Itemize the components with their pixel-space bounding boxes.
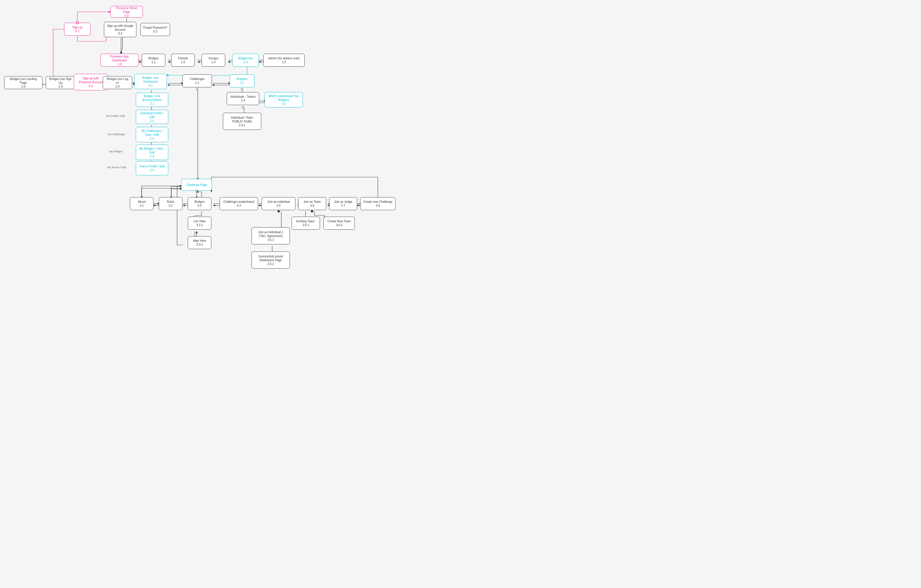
- node-label: Sign up with Google Account: [107, 24, 134, 32]
- node-admin-15[interactable]: Admin (for admins only) 1.5: [263, 54, 304, 67]
- dot-individuals-teams: [242, 106, 244, 109]
- node-label: Sign up with Presence Account: [76, 77, 105, 84]
- node-version: 2.1: [148, 83, 153, 87]
- node-label: Existing Team.: [296, 219, 316, 223]
- node-version: 2.4: [150, 137, 154, 140]
- node-version: 1.0: [117, 62, 122, 66]
- node-label: Rules: [167, 200, 174, 204]
- node-version: 3.5.1: [267, 238, 274, 242]
- node-bridger-live-account-admin[interactable]: Bridger. Live Account Admin 2.1: [136, 93, 168, 107]
- node-label: Teams Profile / Edit: [139, 165, 165, 168]
- node-version: 3.8: [376, 204, 380, 207]
- node-successfully-joined-352[interactable]: Successfuly joined Notification Page 3.5…: [252, 251, 290, 269]
- node-create-new-challenge-38[interactable]: Create new Challenge 3.8: [360, 197, 395, 210]
- node-existing-team-361[interactable]: Existing Team. 3.6.1: [292, 217, 320, 230]
- node-label: Join as Team: [303, 200, 321, 204]
- node-map-view-332[interactable]: Map View 3.3.2: [188, 236, 212, 249]
- node-label: Join as Judge: [334, 200, 353, 204]
- node-bridger-live-landing[interactable]: Bridger.Live Landing Page 2.0: [4, 76, 42, 89]
- node-label: Bridger.live: [238, 56, 253, 60]
- node-rules-32[interactable]: Rules 3.2: [159, 197, 182, 210]
- node-version: 2.0: [59, 85, 63, 88]
- node-label: MAIN Leaderboard Top Bridgers: [267, 94, 300, 102]
- node-individuals-teams[interactable]: Individuals - Teams 2.4: [227, 92, 259, 105]
- node-label: Bridgers: [236, 77, 247, 81]
- node-list-view-331[interactable]: List View 3.3.1: [188, 217, 212, 230]
- node-my-challenges-view-edit[interactable]: My Challenges / View - Edit 2.4: [136, 127, 168, 142]
- node-sign-up-google[interactable]: Sign up with Google Account 0.2: [104, 22, 137, 37]
- node-version: 3.3.2: [196, 243, 203, 246]
- node-individual-team-public-profile[interactable]: Individual / Team PUBLIC Profile 2.4.1: [223, 113, 261, 130]
- node-label: Individual Profile / Edit: [138, 111, 166, 119]
- node-version: 3.6.2: [336, 223, 342, 227]
- node-main-leaderboard[interactable]: MAIN Leaderboard Top Bridgers 3.4: [265, 92, 303, 108]
- node-forgot-password[interactable]: Forgot Password? 0.3: [140, 23, 170, 36]
- node-version: 1.2: [181, 60, 185, 64]
- node-version: 3.1: [140, 204, 144, 207]
- node-join-individual-tc-351[interactable]: Join as Individual 1 (T&C, Agreement) 3.…: [252, 227, 290, 244]
- node-version: 0.3: [153, 29, 157, 33]
- node-version: 2.1: [195, 81, 199, 85]
- node-bridgers-21[interactable]: Bridgers 2.1: [229, 74, 254, 87]
- node-teams-profile-edit[interactable]: Teams Profile / Edit 2.4: [136, 161, 168, 175]
- node-version: 3.3.1: [196, 223, 203, 227]
- node-label: Bridger.Live Landing Page: [7, 77, 40, 85]
- node-label: List View: [194, 219, 205, 223]
- node-label: Challenge Page: [186, 183, 207, 187]
- node-label: Individual / Team PUBLIC Profile: [226, 116, 259, 124]
- node-label: Bridges: [195, 200, 205, 204]
- dot-challenges-21: [196, 88, 199, 90]
- node-bridger-live-14[interactable]: Bridger.live 1.4: [232, 54, 259, 67]
- node-join-judge-37[interactable]: Join as Judge 3.7: [329, 197, 357, 210]
- node-version: 0.2: [118, 32, 122, 36]
- node-presence-home-page[interactable]: Presence Home Page 0.0: [111, 6, 143, 18]
- node-bridges-11[interactable]: Bridges 1.1: [142, 54, 165, 67]
- node-version: 2.4: [241, 99, 245, 103]
- node-my-bridges-view-edit[interactable]: My Bridges / View - Edit 2.4: [136, 145, 168, 160]
- node-individual-profile-edit[interactable]: Individual Profile / Edit 2.4: [136, 110, 168, 124]
- node-join-team-36[interactable]: Join as Team 3.6: [298, 197, 326, 210]
- node-bridger-live-dashboard[interactable]: Bridger. Live Dashboard 2.1: [134, 74, 167, 89]
- node-label: Bridger. Live Dashboard: [137, 76, 164, 83]
- node-bridger-live-login[interactable]: Bridger.Live Log In 2.0: [103, 76, 132, 89]
- node-version: 3.4: [237, 204, 241, 207]
- node-label: My Bridges / View - Edit: [138, 147, 166, 155]
- node-version: 3.4: [282, 102, 286, 106]
- node-join-individual-35[interactable]: Join as individual 3.5: [262, 197, 296, 210]
- node-label: Bridges: [148, 56, 158, 60]
- label-my-teams-edit: My Teams / Edit: [107, 166, 126, 169]
- node-friends-12[interactable]: Friends 1.2: [171, 54, 195, 67]
- node-version: 3.6: [310, 204, 314, 207]
- node-version: 3.5.2: [267, 262, 274, 266]
- node-sign-up-01[interactable]: Sign up 0.1: [64, 23, 91, 36]
- node-label: My Challenges / View - Edit: [138, 129, 166, 137]
- node-challenge-leaderboard-34[interactable]: Challenge Leaderboard 3.4: [220, 197, 258, 210]
- node-create-new-team-362[interactable]: Create New Team 3.6.2: [324, 217, 355, 230]
- label-my-profile-edit: My Profile / Edit: [106, 114, 125, 117]
- node-bridges-33[interactable]: Bridges 3.3: [188, 197, 212, 210]
- node-challenge-page[interactable]: Challenge Page: [181, 179, 212, 191]
- node-challenges-21[interactable]: Challenges 2.1: [182, 74, 212, 87]
- node-version: 0.0: [125, 14, 129, 18]
- node-label: Join as Individual 1 (T&C, Agreement): [254, 230, 287, 238]
- node-bridger-live-signup[interactable]: Bridger.Live Sign Up 2.0: [46, 76, 75, 89]
- node-label: Forgot Password?: [143, 26, 167, 29]
- diagram-canvas: Sign up 0.1 Presence Home Page 0.0 Sign …: [0, 0, 921, 588]
- node-version: 2.4: [150, 168, 154, 172]
- node-version: 3.5: [277, 204, 281, 207]
- node-label: Challenges: [190, 77, 205, 81]
- label-my-bridges: My Bridges: [109, 150, 122, 153]
- node-label: Presence App Dashboard: [103, 55, 136, 62]
- node-label: Bridger. Live Account Admin: [138, 94, 166, 102]
- node-groups-13[interactable]: Groups 1.3: [202, 54, 225, 67]
- node-about-31[interactable]: About 3.1: [130, 197, 153, 210]
- node-version: 1.5: [282, 60, 286, 64]
- node-presence-app-dashboard[interactable]: Presence App Dashboard 1.0: [100, 54, 139, 67]
- node-label: Presence Home Page: [113, 6, 140, 14]
- node-label: Create new Challenge: [363, 200, 392, 204]
- node-version: 2.1: [240, 81, 244, 85]
- node-version: 2.4.1: [239, 124, 245, 127]
- node-version: 2.4: [150, 119, 154, 123]
- dot-join-individual: [277, 210, 280, 213]
- node-version: 1.1: [151, 60, 156, 64]
